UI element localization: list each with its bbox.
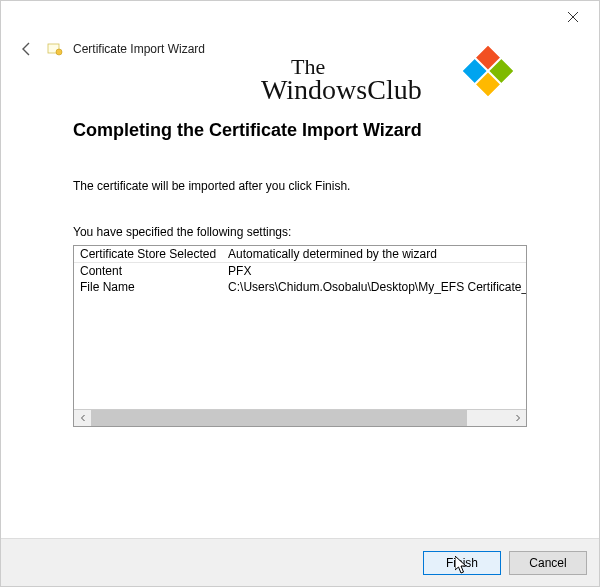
back-arrow-icon[interactable] bbox=[17, 39, 37, 59]
table-row[interactable]: File Name C:\Users\Chidum.Osobalu\Deskto… bbox=[74, 279, 526, 295]
wizard-header: Certificate Import Wizard bbox=[1, 37, 599, 65]
scroll-left-icon[interactable] bbox=[74, 410, 91, 426]
settings-intro: You have specified the following setting… bbox=[73, 225, 527, 239]
scroll-track[interactable] bbox=[91, 410, 509, 426]
table-row[interactable]: Content PFX bbox=[74, 263, 526, 280]
setting-key: File Name bbox=[74, 279, 222, 295]
dialog-footer: Finish Cancel bbox=[1, 538, 599, 586]
setting-value: Automatically determined by the wizard bbox=[222, 246, 526, 263]
wizard-content: Completing the Certificate Import Wizard… bbox=[1, 120, 599, 427]
wizard-title: Certificate Import Wizard bbox=[73, 42, 205, 56]
setting-value: PFX bbox=[222, 263, 526, 280]
svg-point-1 bbox=[56, 49, 62, 55]
watermark-line2: WindowsClub bbox=[261, 76, 471, 104]
cancel-button[interactable]: Cancel bbox=[509, 551, 587, 575]
page-heading: Completing the Certificate Import Wizard bbox=[73, 120, 527, 141]
instruction-text: The certificate will be imported after y… bbox=[73, 179, 527, 193]
settings-listbox: Certificate Store Selected Automatically… bbox=[73, 245, 527, 427]
certificate-icon bbox=[47, 41, 63, 57]
settings-table: Certificate Store Selected Automatically… bbox=[74, 246, 526, 409]
table-row[interactable]: Certificate Store Selected Automatically… bbox=[74, 246, 526, 263]
titlebar bbox=[1, 1, 599, 37]
scroll-right-icon[interactable] bbox=[509, 410, 526, 426]
setting-value: C:\Users\Chidum.Osobalu\Desktop\My_EFS C… bbox=[222, 279, 526, 295]
horizontal-scrollbar[interactable] bbox=[74, 409, 526, 426]
close-icon[interactable] bbox=[555, 5, 591, 29]
setting-key: Content bbox=[74, 263, 222, 280]
scroll-thumb[interactable] bbox=[91, 410, 467, 426]
svg-rect-5 bbox=[476, 72, 500, 96]
setting-key: Certificate Store Selected bbox=[74, 246, 222, 263]
finish-button[interactable]: Finish bbox=[423, 551, 501, 575]
